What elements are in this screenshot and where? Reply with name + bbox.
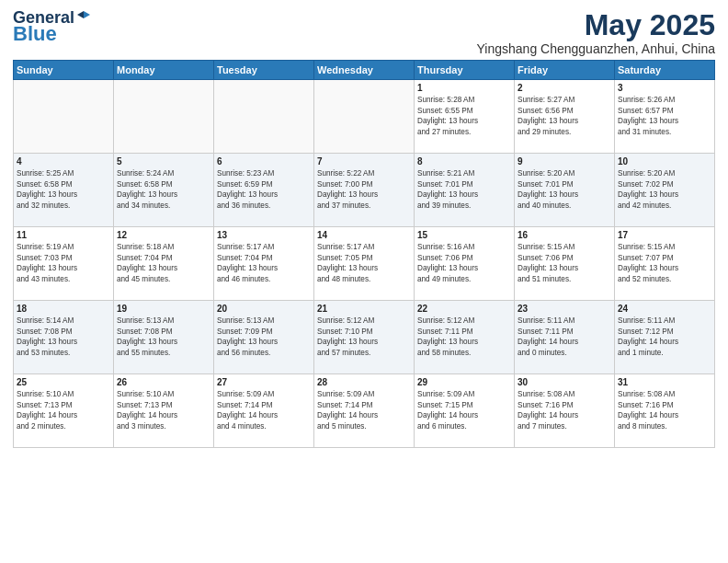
day-info: Sunrise: 5:17 AM Sunset: 7:05 PM Dayligh… (317, 242, 411, 284)
day-number: 22 (417, 304, 511, 314)
weekday-header-sunday: Sunday (14, 61, 114, 80)
svg-marker-1 (77, 11, 84, 18)
empty-cell (214, 80, 314, 154)
day-number: 1 (417, 83, 511, 93)
day-number: 8 (417, 156, 511, 167)
weekday-header-friday: Friday (515, 61, 615, 80)
day-info: Sunrise: 5:14 AM Sunset: 7:08 PM Dayligh… (17, 316, 110, 358)
calendar-title: May 2025 (477, 9, 715, 41)
day-number: 4 (17, 156, 110, 167)
week-row-4: 18Sunrise: 5:14 AM Sunset: 7:08 PM Dayli… (14, 301, 715, 374)
day-cell-28: 28Sunrise: 5:09 AM Sunset: 7:14 PM Dayli… (314, 374, 415, 448)
day-number: 31 (618, 377, 711, 387)
day-info: Sunrise: 5:27 AM Sunset: 6:56 PM Dayligh… (518, 95, 611, 137)
day-cell-18: 18Sunrise: 5:14 AM Sunset: 7:08 PM Dayli… (14, 301, 114, 374)
day-info: Sunrise: 5:22 AM Sunset: 7:00 PM Dayligh… (317, 168, 411, 211)
calendar-subtitle: Yingshang Chengguanzhen, Anhui, China (477, 41, 715, 56)
day-cell-26: 26Sunrise: 5:10 AM Sunset: 7:13 PM Dayli… (114, 374, 214, 448)
day-info: Sunrise: 5:15 AM Sunset: 7:06 PM Dayligh… (518, 242, 611, 284)
day-cell-15: 15Sunrise: 5:16 AM Sunset: 7:06 PM Dayli… (415, 227, 515, 301)
day-cell-29: 29Sunrise: 5:09 AM Sunset: 7:15 PM Dayli… (415, 374, 515, 448)
day-cell-4: 4Sunrise: 5:25 AM Sunset: 6:58 PM Daylig… (14, 154, 114, 227)
day-cell-7: 7Sunrise: 5:22 AM Sunset: 7:00 PM Daylig… (314, 154, 415, 227)
day-info: Sunrise: 5:20 AM Sunset: 7:02 PM Dayligh… (618, 168, 711, 211)
day-number: 30 (518, 377, 611, 387)
logo-flag-icon (75, 9, 92, 26)
svg-marker-0 (84, 11, 90, 18)
day-cell-8: 8Sunrise: 5:21 AM Sunset: 7:01 PM Daylig… (415, 154, 515, 227)
weekday-header-row: SundayMondayTuesdayWednesdayThursdayFrid… (14, 61, 715, 80)
day-info: Sunrise: 5:11 AM Sunset: 7:12 PM Dayligh… (618, 316, 711, 358)
day-number: 29 (417, 377, 511, 387)
day-info: Sunrise: 5:08 AM Sunset: 7:16 PM Dayligh… (518, 389, 611, 431)
day-number: 18 (17, 304, 110, 314)
day-cell-19: 19Sunrise: 5:13 AM Sunset: 7:08 PM Dayli… (114, 301, 214, 374)
day-number: 25 (17, 377, 110, 387)
day-info: Sunrise: 5:09 AM Sunset: 7:14 PM Dayligh… (317, 389, 411, 431)
day-number: 27 (217, 377, 311, 387)
day-number: 21 (317, 304, 411, 314)
page: General Blue May 2025 Yingshang Chenggua… (0, 0, 728, 563)
day-info: Sunrise: 5:13 AM Sunset: 7:09 PM Dayligh… (217, 316, 311, 358)
day-number: 5 (117, 156, 210, 167)
day-number: 19 (117, 304, 210, 314)
day-info: Sunrise: 5:19 AM Sunset: 7:03 PM Dayligh… (17, 242, 110, 284)
day-cell-21: 21Sunrise: 5:12 AM Sunset: 7:10 PM Dayli… (314, 301, 415, 374)
day-number: 7 (317, 156, 411, 167)
empty-cell (14, 80, 114, 154)
day-number: 9 (518, 156, 611, 167)
day-cell-31: 31Sunrise: 5:08 AM Sunset: 7:16 PM Dayli… (615, 374, 715, 448)
day-info: Sunrise: 5:10 AM Sunset: 7:13 PM Dayligh… (17, 389, 110, 431)
day-info: Sunrise: 5:17 AM Sunset: 7:04 PM Dayligh… (217, 242, 311, 284)
week-row-2: 4Sunrise: 5:25 AM Sunset: 6:58 PM Daylig… (14, 154, 715, 227)
day-cell-1: 1Sunrise: 5:28 AM Sunset: 6:55 PM Daylig… (415, 80, 515, 154)
day-cell-9: 9Sunrise: 5:20 AM Sunset: 7:01 PM Daylig… (515, 154, 615, 227)
weekday-header-thursday: Thursday (415, 61, 515, 80)
day-cell-22: 22Sunrise: 5:12 AM Sunset: 7:11 PM Dayli… (415, 301, 515, 374)
day-info: Sunrise: 5:10 AM Sunset: 7:13 PM Dayligh… (117, 389, 210, 431)
day-info: Sunrise: 5:13 AM Sunset: 7:08 PM Dayligh… (117, 316, 210, 358)
empty-cell (114, 80, 214, 154)
day-number: 28 (317, 377, 411, 387)
day-info: Sunrise: 5:24 AM Sunset: 6:58 PM Dayligh… (117, 168, 210, 211)
day-cell-25: 25Sunrise: 5:10 AM Sunset: 7:13 PM Dayli… (14, 374, 114, 448)
day-info: Sunrise: 5:12 AM Sunset: 7:10 PM Dayligh… (317, 316, 411, 358)
day-info: Sunrise: 5:25 AM Sunset: 6:58 PM Dayligh… (17, 168, 110, 211)
day-cell-12: 12Sunrise: 5:18 AM Sunset: 7:04 PM Dayli… (114, 227, 214, 301)
week-row-1: 1Sunrise: 5:28 AM Sunset: 6:55 PM Daylig… (14, 80, 715, 154)
weekday-header-tuesday: Tuesday (214, 61, 314, 80)
calendar-table: SundayMondayTuesdayWednesdayThursdayFrid… (13, 60, 715, 448)
day-info: Sunrise: 5:12 AM Sunset: 7:11 PM Dayligh… (417, 316, 511, 358)
day-cell-30: 30Sunrise: 5:08 AM Sunset: 7:16 PM Dayli… (515, 374, 615, 448)
day-info: Sunrise: 5:09 AM Sunset: 7:14 PM Dayligh… (217, 389, 311, 431)
day-cell-2: 2Sunrise: 5:27 AM Sunset: 6:56 PM Daylig… (515, 80, 615, 154)
weekday-header-wednesday: Wednesday (314, 61, 415, 80)
logo-blue: Blue (13, 24, 57, 44)
weekday-header-saturday: Saturday (615, 61, 715, 80)
day-number: 15 (417, 230, 511, 240)
day-cell-23: 23Sunrise: 5:11 AM Sunset: 7:11 PM Dayli… (515, 301, 615, 374)
day-cell-14: 14Sunrise: 5:17 AM Sunset: 7:05 PM Dayli… (314, 227, 415, 301)
day-number: 11 (17, 230, 110, 240)
day-info: Sunrise: 5:21 AM Sunset: 7:01 PM Dayligh… (417, 168, 511, 211)
day-number: 3 (618, 83, 711, 93)
day-number: 23 (518, 304, 611, 314)
day-info: Sunrise: 5:23 AM Sunset: 6:59 PM Dayligh… (217, 168, 311, 211)
day-cell-13: 13Sunrise: 5:17 AM Sunset: 7:04 PM Dayli… (214, 227, 314, 301)
day-cell-6: 6Sunrise: 5:23 AM Sunset: 6:59 PM Daylig… (214, 154, 314, 227)
day-info: Sunrise: 5:08 AM Sunset: 7:16 PM Dayligh… (618, 389, 711, 431)
day-cell-27: 27Sunrise: 5:09 AM Sunset: 7:14 PM Dayli… (214, 374, 314, 448)
day-info: Sunrise: 5:16 AM Sunset: 7:06 PM Dayligh… (417, 242, 511, 284)
day-cell-5: 5Sunrise: 5:24 AM Sunset: 6:58 PM Daylig… (114, 154, 214, 227)
day-number: 12 (117, 230, 210, 240)
day-number: 14 (317, 230, 411, 240)
day-cell-11: 11Sunrise: 5:19 AM Sunset: 7:03 PM Dayli… (14, 227, 114, 301)
day-number: 24 (618, 304, 711, 314)
empty-cell (314, 80, 415, 154)
day-number: 20 (217, 304, 311, 314)
day-cell-3: 3Sunrise: 5:26 AM Sunset: 6:57 PM Daylig… (615, 80, 715, 154)
day-info: Sunrise: 5:15 AM Sunset: 7:07 PM Dayligh… (618, 242, 711, 284)
day-cell-20: 20Sunrise: 5:13 AM Sunset: 7:09 PM Dayli… (214, 301, 314, 374)
day-number: 10 (618, 156, 711, 167)
day-cell-17: 17Sunrise: 5:15 AM Sunset: 7:07 PM Dayli… (615, 227, 715, 301)
